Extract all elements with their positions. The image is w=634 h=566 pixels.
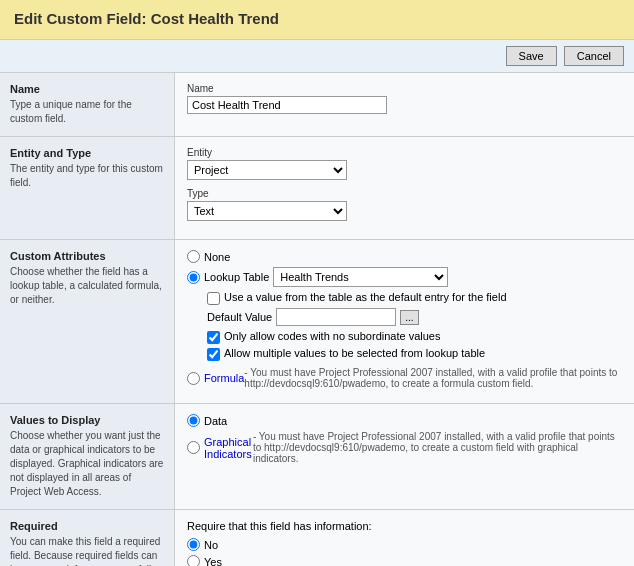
name-section-content: Name: [175, 73, 634, 136]
name-field-group: Name: [187, 83, 622, 114]
formula-radio-row: Formula - You must have Project Professi…: [187, 367, 622, 389]
entity-select[interactable]: Project: [187, 160, 347, 180]
page-title: Edit Custom Field: Cost Health Trend: [14, 10, 620, 27]
name-section-desc: Type a unique name for the custom field.: [10, 98, 164, 126]
custom-attributes-section-title: Custom Attributes: [10, 250, 164, 262]
data-label: Data: [204, 415, 227, 427]
none-radio[interactable]: [187, 250, 200, 263]
data-radio-row: Data: [187, 414, 622, 427]
custom-attributes-section-content: None Lookup Table Health Trends Use a va…: [175, 240, 634, 403]
values-display-section-title: Values to Display: [10, 414, 164, 426]
entity-label: Entity: [187, 147, 622, 158]
name-input[interactable]: [187, 96, 387, 114]
custom-attributes-section-desc: Choose whether the field has a lookup ta…: [10, 265, 164, 307]
require-label: Require that this field has information:: [187, 520, 372, 532]
entity-field-group: Entity Project: [187, 147, 622, 180]
custom-attributes-section: Custom Attributes Choose whether the fie…: [0, 240, 634, 404]
entity-type-section-title: Entity and Type: [10, 147, 164, 159]
default-value-label: Default Value: [207, 311, 272, 323]
use-value-checkbox-row: Use a value from the table as the defaul…: [207, 291, 622, 305]
lookup-label: Lookup Table: [204, 271, 269, 283]
entity-type-section-desc: The entity and type for this custom fiel…: [10, 162, 164, 190]
use-value-label: Use a value from the table as the defaul…: [224, 291, 507, 303]
lookup-radio-row: Lookup Table Health Trends: [187, 267, 622, 287]
default-value-button[interactable]: ...: [400, 310, 418, 325]
no-radio-row: No: [187, 538, 622, 551]
name-section-label: Name Type a unique name for the custom f…: [0, 73, 175, 136]
required-section-title: Required: [10, 520, 164, 532]
values-display-section: Values to Display Choose whether you wan…: [0, 404, 634, 510]
allow-multiple-checkbox[interactable]: [207, 348, 220, 361]
no-label: No: [204, 539, 218, 551]
default-value-row: Default Value ...: [207, 308, 622, 326]
none-label: None: [204, 251, 230, 263]
custom-attributes-section-label: Custom Attributes Choose whether the fie…: [0, 240, 175, 403]
name-section-title: Name: [10, 83, 164, 95]
lookup-radio[interactable]: [187, 271, 200, 284]
type-field-group: Type Text: [187, 188, 622, 221]
data-radio[interactable]: [187, 414, 200, 427]
allow-multiple-label: Allow multiple values to be selected fro…: [224, 347, 485, 359]
formula-radio[interactable]: [187, 372, 200, 385]
use-value-checkbox[interactable]: [207, 292, 220, 305]
toolbar: Save Cancel: [0, 40, 634, 73]
cancel-button[interactable]: Cancel: [564, 46, 624, 66]
only-codes-label: Only allow codes with no subordinate val…: [224, 330, 440, 342]
required-section-label: Required You can make this field a requi…: [0, 510, 175, 566]
entity-type-section-label: Entity and Type The entity and type for …: [0, 137, 175, 239]
page-header: Edit Custom Field: Cost Health Trend: [0, 0, 634, 40]
graphical-label: Graphical Indicators: [204, 436, 253, 460]
allow-multiple-checkbox-row: Allow multiple values to be selected fro…: [207, 347, 622, 361]
yes-radio-row: Yes: [187, 555, 622, 566]
only-codes-checkbox-row: Only allow codes with no subordinate val…: [207, 330, 622, 344]
type-select[interactable]: Text: [187, 201, 347, 221]
none-radio-row: None: [187, 250, 622, 263]
default-value-input[interactable]: [276, 308, 396, 326]
name-field-label: Name: [187, 83, 622, 94]
yes-label: Yes: [204, 556, 222, 567]
formula-desc: - You must have Project Professional 200…: [244, 367, 622, 389]
required-section-content: Require that this field has information:…: [175, 510, 634, 566]
entity-type-section: Entity and Type The entity and type for …: [0, 137, 634, 240]
yes-radio[interactable]: [187, 555, 200, 566]
values-display-section-content: Data Graphical Indicators - You must hav…: [175, 404, 634, 509]
type-label: Type: [187, 188, 622, 199]
only-codes-checkbox[interactable]: [207, 331, 220, 344]
lookup-select[interactable]: Health Trends: [273, 267, 448, 287]
graphical-radio-row: Graphical Indicators - You must have Pro…: [187, 431, 622, 464]
name-section: Name Type a unique name for the custom f…: [0, 73, 634, 137]
values-display-section-desc: Choose whether you want just the data or…: [10, 429, 164, 499]
entity-type-section-content: Entity Project Type Text: [175, 137, 634, 239]
required-section-desc: You can make this field a required field…: [10, 535, 164, 566]
save-button[interactable]: Save: [506, 46, 557, 66]
graphical-radio[interactable]: [187, 441, 200, 454]
no-radio[interactable]: [187, 538, 200, 551]
values-display-section-label: Values to Display Choose whether you wan…: [0, 404, 175, 509]
graphical-desc: - You must have Project Professional 200…: [253, 431, 622, 464]
require-label-row: Require that this field has information:: [187, 520, 622, 532]
form-content: Name Type a unique name for the custom f…: [0, 73, 634, 566]
formula-label: Formula: [204, 372, 244, 384]
required-section: Required You can make this field a requi…: [0, 510, 634, 566]
